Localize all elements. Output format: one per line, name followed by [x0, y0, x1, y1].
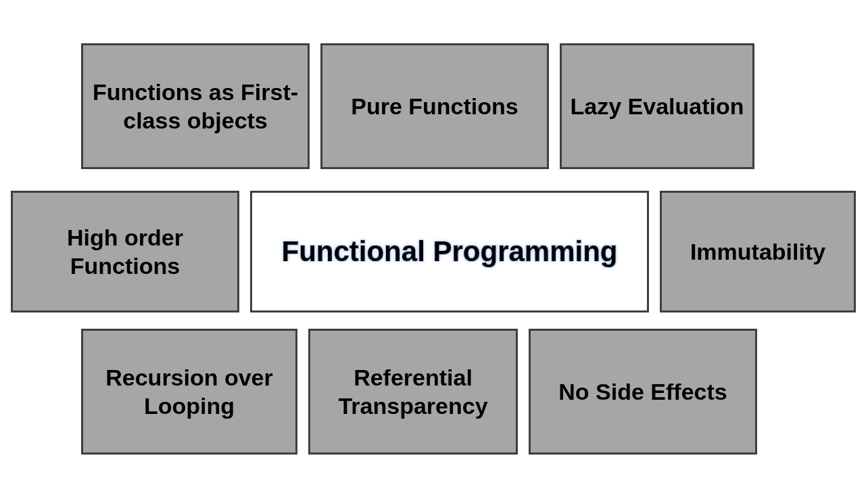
box-referential-transparency: Referential Transparency: [308, 329, 518, 455]
box-center-title: Functional Programming: [250, 191, 649, 312]
box-functions-first-class: Functions as First-class objects: [81, 43, 310, 169]
box-recursion-over-looping: Recursion over Looping: [81, 329, 297, 455]
box-lazy-evaluation: Lazy Evaluation: [560, 43, 754, 169]
box-immutability: Immutability: [660, 191, 856, 312]
box-no-side-effects: No Side Effects: [529, 329, 757, 455]
center-title-text: Functional Programming: [281, 234, 617, 270]
box-high-order-functions: High order Functions: [11, 191, 239, 312]
box-pure-functions: Pure Functions: [320, 43, 549, 169]
